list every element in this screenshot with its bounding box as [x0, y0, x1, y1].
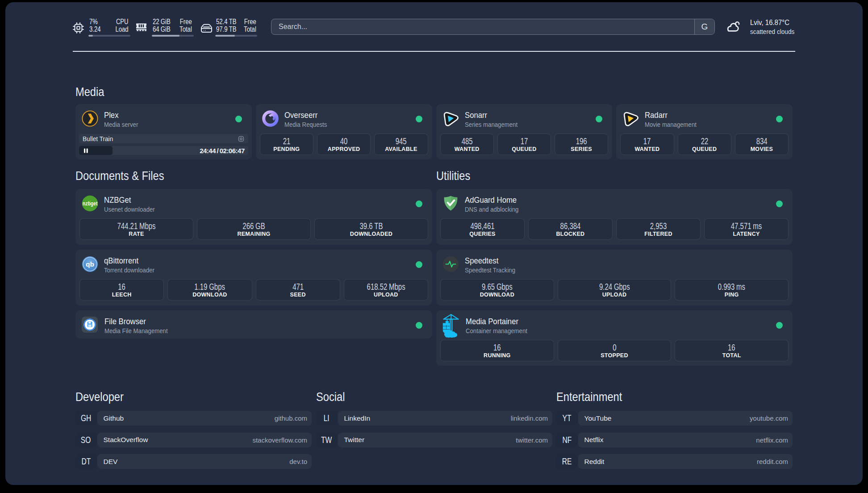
svg-text:qb: qb [86, 260, 94, 268]
svg-text:nzbget: nzbget [83, 200, 98, 206]
